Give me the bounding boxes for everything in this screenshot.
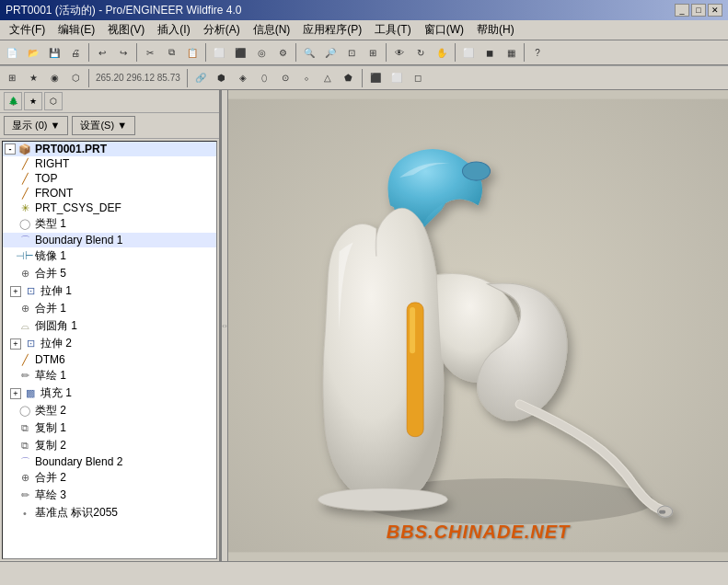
tb-btn-b[interactable]: ⬛ xyxy=(230,42,250,63)
close-button[interactable]: ✕ xyxy=(708,4,722,17)
menu-edit[interactable]: 编辑(E) xyxy=(52,20,100,40)
datum-icon-dtm6: ╱ xyxy=(17,353,32,366)
tb-btn-c[interactable]: ◎ xyxy=(251,42,272,63)
tree-icon-3[interactable]: ⬡ xyxy=(44,92,63,110)
tree-root[interactable]: - 📦 PRT0001.PRT xyxy=(3,142,216,156)
tree-item-bb2[interactable]: ⌒ Boundary Blend 2 xyxy=(3,454,216,469)
print-btn[interactable]: 🖨 xyxy=(65,42,86,63)
shade-btn[interactable]: ◼ xyxy=(480,42,500,63)
extrude2-expand[interactable]: + xyxy=(10,338,21,350)
tb2-btn-11[interactable]: △ xyxy=(318,68,338,88)
svg-rect-6 xyxy=(660,510,665,513)
open-btn[interactable]: 📂 xyxy=(23,42,43,63)
tb2-btn-15[interactable]: ◻ xyxy=(408,68,428,88)
tb2-btn-3[interactable]: ◉ xyxy=(44,68,64,88)
tree-item-merge1[interactable]: ⊕ 合并 1 xyxy=(3,300,216,317)
tree-item-type2[interactable]: ◯ 类型 2 xyxy=(3,402,216,419)
tree-item-merge5[interactable]: ⊕ 合并 5 xyxy=(3,265,216,282)
menu-insert[interactable]: 插入(I) xyxy=(152,20,195,40)
tb2-btn-13[interactable]: ⬛ xyxy=(365,68,386,88)
tree-item-merge2[interactable]: ⊕ 合并 2 xyxy=(3,469,216,487)
menu-apps[interactable]: 应用程序(P) xyxy=(297,20,367,40)
menu-window[interactable]: 窗口(W) xyxy=(419,20,469,40)
tree-item-dtm6[interactable]: ╱ DTM6 xyxy=(3,352,216,367)
pan-btn[interactable]: ✋ xyxy=(432,42,452,63)
root-expand[interactable]: - xyxy=(5,143,16,155)
mirror-icon-1: ⊣⊢ xyxy=(17,250,32,263)
tree-item-front[interactable]: ╱ FRONT xyxy=(3,186,216,201)
tree-icon-2[interactable]: ★ xyxy=(24,92,42,110)
tb2-btn-5[interactable]: 🔗 xyxy=(191,68,211,88)
display-mode-btn[interactable]: ⬜ xyxy=(458,42,479,63)
tree-item-type1[interactable]: ◯ 类型 1 xyxy=(3,215,216,233)
zoom-out-btn[interactable]: 🔎 xyxy=(320,42,341,63)
tree-icon-1[interactable]: 🌲 xyxy=(4,92,22,110)
3d-viewport[interactable]: BBS.CHINADE.NET xyxy=(228,90,728,561)
tree-item-copy1[interactable]: ⧉ 复制 1 xyxy=(3,419,216,437)
menu-help[interactable]: 帮助(H) xyxy=(471,20,520,40)
settings-button[interactable]: 设置(S) ▼ xyxy=(72,116,135,135)
tb2-btn-7[interactable]: ◈ xyxy=(233,68,253,88)
model-tree[interactable]: - 📦 PRT0001.PRT ╱ RIGHT ╱ TOP ╱ FRONT ✳ xyxy=(2,141,217,559)
sep5 xyxy=(386,43,387,62)
tree-item-right[interactable]: ╱ RIGHT xyxy=(3,156,216,171)
menu-view[interactable]: 视图(V) xyxy=(102,20,150,40)
tb2-btn-12[interactable]: ⬟ xyxy=(339,68,359,88)
tb-btn-d[interactable]: ⚙ xyxy=(272,42,293,63)
tb2-btn-1[interactable]: ⊞ xyxy=(2,68,22,88)
extrude-icon-1: ⊡ xyxy=(23,285,38,298)
cut-btn[interactable]: ✂ xyxy=(140,42,160,63)
zoom-sel-btn[interactable]: ⊞ xyxy=(363,42,383,63)
tb2-btn-9[interactable]: ⊙ xyxy=(275,68,295,88)
menu-info[interactable]: 信息(N) xyxy=(248,20,296,40)
tree-item-bb1[interactable]: ⌒ Boundary Blend 1 xyxy=(3,233,216,247)
view-btn[interactable]: 👁 xyxy=(389,42,410,63)
display-button[interactable]: 显示 (0) ▼ xyxy=(4,116,68,135)
new-btn[interactable]: 📄 xyxy=(2,42,22,63)
tree-item-copy2[interactable]: ⧉ 复制 2 xyxy=(3,437,216,454)
zoom-in-btn[interactable]: 🔍 xyxy=(299,42,319,63)
tree-item-fillet1[interactable]: ⌓ 倒圆角 1 xyxy=(3,317,216,335)
menu-tools[interactable]: 工具(T) xyxy=(369,20,416,40)
tb-btn-a[interactable]: ⬜ xyxy=(209,42,229,63)
label-sketch1: 草绘 1 xyxy=(35,368,66,384)
save-btn[interactable]: 💾 xyxy=(44,42,64,63)
tb2-btn-8[interactable]: ⬯ xyxy=(254,68,274,88)
tree-item-sketch3[interactable]: ✏ 草绘 3 xyxy=(3,487,216,504)
undo-btn[interactable]: ↩ xyxy=(92,42,112,63)
menu-analysis[interactable]: 分析(A) xyxy=(198,20,246,40)
tb2-btn-14[interactable]: ⬜ xyxy=(387,68,407,88)
tb2-btn-2[interactable]: ★ xyxy=(23,68,43,88)
toolbar-1: 📄 📂 💾 🖨 ↩ ↪ ✂ ⧉ 📋 ⬜ ⬛ ◎ ⚙ 🔍 🔎 ⊡ ⊞ 👁 ↻ ✋ … xyxy=(0,40,728,65)
label-fill1: 填充 1 xyxy=(40,385,72,401)
paste-btn[interactable]: 📋 xyxy=(182,42,202,63)
tree-item-fill1[interactable]: + ▩ 填充 1 xyxy=(3,384,216,402)
minimize-button[interactable]: _ xyxy=(675,4,689,17)
tree-item-extrude1[interactable]: + ⊡ 拉伸 1 xyxy=(3,282,216,300)
title-bar: PRT0001 (活动的) - Pro/ENGINEER Wildfire 4.… xyxy=(0,0,728,20)
fillet-icon-1: ⌓ xyxy=(17,320,32,333)
tree-item-top[interactable]: ╱ TOP xyxy=(3,171,216,186)
tb2-btn-6[interactable]: ⬢ xyxy=(212,68,232,88)
label-right: RIGHT xyxy=(35,157,69,170)
tree-item-extrude2[interactable]: + ⊡ 拉伸 2 xyxy=(3,335,216,352)
panel-resize-handle[interactable] xyxy=(221,90,228,561)
copy-btn[interactable]: ⧉ xyxy=(161,42,181,63)
tree-item-mirror1[interactable]: ⊣⊢ 镜像 1 xyxy=(3,247,216,265)
wire-btn[interactable]: ▦ xyxy=(501,42,521,63)
tree-item-sketch1[interactable]: ✏ 草绘 1 xyxy=(3,367,216,384)
zoom-fit-btn[interactable]: ⊡ xyxy=(341,42,362,63)
label-copy2: 复制 2 xyxy=(35,438,66,453)
tree-item-csys[interactable]: ✳ PRT_CSYS_DEF xyxy=(3,201,216,215)
tree-item-point2055[interactable]: • 基准点 标识2055 xyxy=(3,504,216,522)
question-btn[interactable]: ? xyxy=(527,42,548,63)
fill1-expand[interactable]: + xyxy=(10,388,21,399)
extrude1-expand[interactable]: + xyxy=(10,286,21,297)
datum-plane-icon-right: ╱ xyxy=(17,157,32,170)
tb2-btn-10[interactable]: ⬦ xyxy=(296,68,317,88)
maximize-button[interactable]: □ xyxy=(691,4,706,17)
redo-btn[interactable]: ↪ xyxy=(113,42,133,63)
tb2-btn-4[interactable]: ⬡ xyxy=(65,68,86,88)
menu-file[interactable]: 文件(F) xyxy=(4,20,51,40)
rotate-btn[interactable]: ↻ xyxy=(410,42,431,63)
